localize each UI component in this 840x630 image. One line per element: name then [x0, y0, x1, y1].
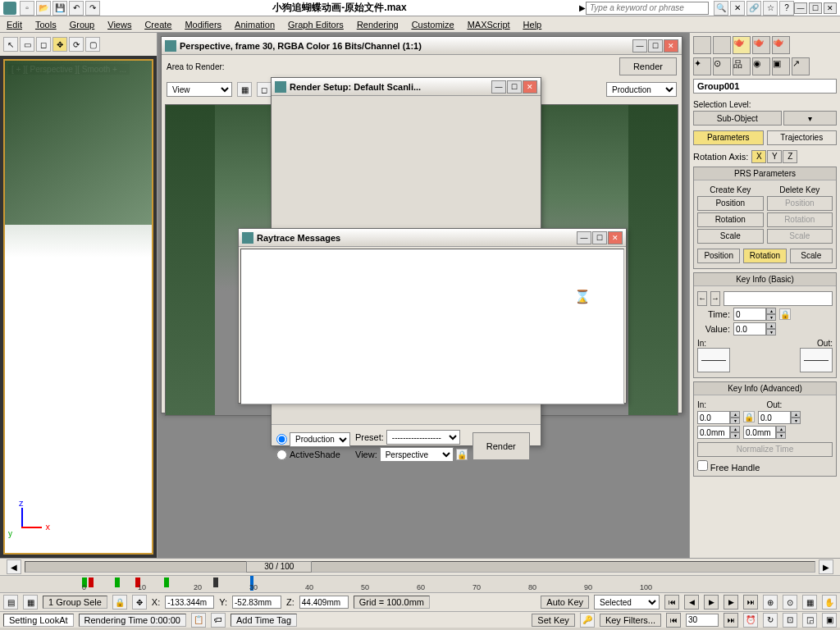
x-coord-input[interactable] [165, 596, 214, 609]
production-select[interactable]: Production [606, 82, 677, 97]
value-down[interactable]: ▾ [766, 329, 776, 336]
tag-icon[interactable]: 🏷 [211, 613, 226, 628]
position-mode-button[interactable]: Position [697, 249, 740, 263]
create-tab-icon[interactable] [693, 36, 711, 54]
axis-y-button[interactable]: Y [767, 150, 782, 163]
menu-graph-editors[interactable]: Graph Editors [288, 20, 344, 30]
view-lock-icon[interactable]: 🔒 [456, 449, 468, 460]
time-spinner[interactable] [733, 308, 766, 321]
icon-2[interactable]: ⊙ [713, 57, 731, 75]
help-icon[interactable]: ? [779, 1, 794, 16]
undo-icon[interactable]: ↶ [69, 1, 84, 16]
rt-maximize-button[interactable]: ☐ [592, 231, 607, 244]
redo-icon[interactable]: ↷ [85, 1, 100, 16]
rt-minimize-button[interactable]: — [577, 231, 591, 244]
next-key-button[interactable]: → [710, 291, 720, 306]
rf-minimize-button[interactable]: — [632, 39, 647, 52]
link-icon[interactable]: 🔗 [746, 1, 761, 16]
scale-mode-button[interactable]: Scale [790, 249, 833, 263]
time-config-icon[interactable]: ⏰ [743, 613, 758, 628]
vp-nav-5[interactable]: ↻ [763, 613, 778, 628]
key-info-advanced-header[interactable]: Key Info (Advanced) [694, 382, 836, 395]
create-rotation-button[interactable]: Rotation [697, 212, 764, 227]
menu-edit[interactable]: Edit [7, 20, 22, 30]
goto-start-button[interactable]: ⏮ [664, 595, 679, 609]
delete-position-button[interactable]: Position [767, 196, 833, 211]
modify-tab-icon[interactable] [713, 36, 731, 54]
time-down[interactable]: ▾ [766, 314, 776, 321]
coord-icon[interactable]: ✥ [132, 595, 147, 609]
rf-icon-1[interactable]: ▦ [237, 82, 252, 97]
menu-create[interactable]: Create [144, 20, 171, 30]
icon-1[interactable]: ✦ [693, 57, 711, 75]
open-icon[interactable]: 📂 [36, 1, 51, 16]
time-slider-left[interactable]: ◀ [7, 559, 21, 574]
rf-maximize-button[interactable]: ☐ [648, 39, 663, 52]
close-button[interactable]: ✕ [824, 2, 837, 14]
normalize-time-button[interactable]: Normalize Time [697, 442, 833, 457]
lock-icon[interactable]: 🔒 [779, 308, 791, 320]
search-input[interactable] [586, 2, 709, 15]
next-key-nav-button[interactable]: ⏭ [724, 613, 738, 628]
in-tangent-button[interactable] [697, 348, 730, 372]
create-scale-button[interactable]: Scale [697, 229, 764, 244]
motion-tab-icon[interactable]: 🫖 [752, 36, 770, 54]
prev-frame-button[interactable]: ◀ [684, 595, 699, 609]
vp-nav-3[interactable]: ▦ [802, 595, 817, 609]
play-button[interactable]: ▶ [704, 595, 719, 609]
object-name-field[interactable] [693, 79, 837, 94]
trajectories-tab[interactable]: Trajectories [767, 130, 838, 145]
menu-maxscript[interactable]: MAXScript [468, 20, 510, 30]
rs-minimize-button[interactable]: — [491, 80, 506, 94]
menu-customize[interactable]: Customize [412, 20, 454, 30]
display-tab-icon[interactable]: 🫖 [772, 36, 790, 54]
next-frame-button[interactable]: ▶ [724, 595, 738, 609]
key-number-field[interactable] [724, 291, 833, 306]
y-coord-input[interactable] [232, 596, 281, 609]
menu-views[interactable]: Views [107, 20, 131, 30]
menu-modifiers[interactable]: Modifiers [185, 20, 221, 30]
vp-nav-2[interactable]: ⊙ [783, 595, 797, 609]
prev-key-nav-button[interactable]: ⏮ [666, 613, 681, 628]
prev-key-button[interactable]: ← [697, 291, 707, 306]
current-frame-input[interactable] [686, 614, 719, 627]
z-coord-input[interactable] [299, 596, 349, 609]
menu-animation[interactable]: Animation [235, 20, 275, 30]
sub-object-button[interactable]: Sub-Object [693, 111, 782, 126]
area-select[interactable]: View [167, 82, 232, 97]
out-tangent-button[interactable] [800, 348, 833, 372]
key-icon[interactable]: 🔑 [580, 613, 595, 628]
rf-render-button[interactable]: Render [619, 57, 677, 75]
status-icon-2[interactable]: ▦ [23, 595, 38, 609]
parameters-tab[interactable]: Parameters [693, 130, 764, 145]
window-select-icon[interactable]: ◻ [36, 37, 51, 52]
menu-rendering[interactable]: Rendering [357, 20, 399, 30]
rs-close-button[interactable]: ✕ [523, 80, 537, 94]
new-icon[interactable]: ▫ [20, 1, 34, 16]
binoculars-icon[interactable]: 🔍 [714, 1, 728, 16]
delete-scale-button[interactable]: Scale [767, 229, 833, 244]
view-select[interactable]: Perspective [380, 447, 454, 462]
icon-5[interactable]: ▣ [772, 57, 790, 75]
key-info-basic-header[interactable]: Key Info (Basic) [694, 273, 836, 286]
adv-out-spinner[interactable] [758, 411, 791, 424]
select-icon[interactable]: ↖ [3, 37, 18, 52]
connect-icon[interactable]: ✕ [730, 1, 745, 16]
icon-4[interactable]: ◉ [752, 57, 770, 75]
maximize-button[interactable]: ☐ [809, 2, 822, 14]
sub-object-dropdown[interactable]: ▾ [783, 111, 837, 126]
goto-end-button[interactable]: ⏭ [743, 595, 758, 609]
time-slider-thumb[interactable]: 30 / 100 [246, 561, 312, 573]
prs-rollout-header[interactable]: PRS Parameters [694, 167, 836, 180]
time-up[interactable]: ▴ [766, 308, 776, 314]
rf-close-button[interactable]: ✕ [664, 39, 678, 52]
key-filters-button[interactable]: Key Filters... [600, 614, 661, 627]
vp-nav-1[interactable]: ⊕ [763, 595, 778, 609]
menu-tools[interactable]: Tools [35, 20, 57, 30]
rt-close-button[interactable]: ✕ [608, 231, 623, 244]
rf-icon-2[interactable]: ◻ [257, 82, 272, 97]
create-position-button[interactable]: Position [697, 196, 764, 211]
auto-key-button[interactable]: Auto Key [541, 596, 589, 609]
preset-select[interactable]: ------------------ [386, 430, 460, 445]
rect-select-icon[interactable]: ▭ [20, 37, 34, 52]
